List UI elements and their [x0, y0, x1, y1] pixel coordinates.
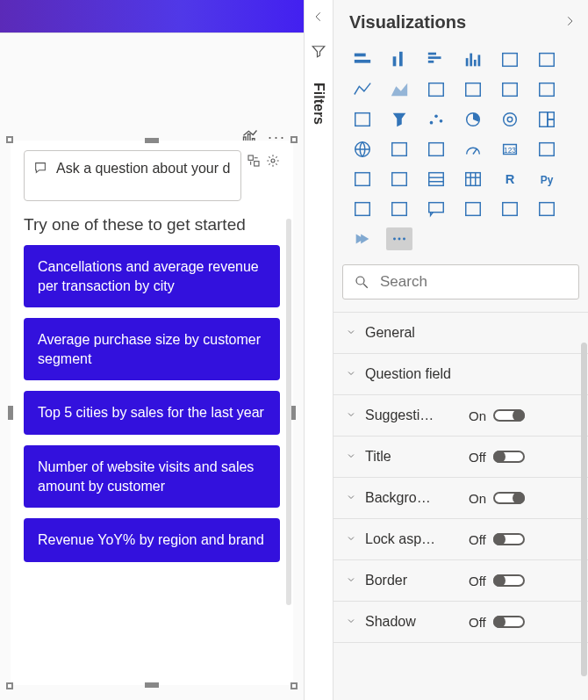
filters-icon[interactable] — [311, 43, 326, 61]
viz-type-kpi[interactable] — [349, 168, 376, 191]
viz-type-ribbon[interactable] — [534, 78, 560, 101]
format-toggle[interactable]: Off — [469, 615, 525, 630]
viz-type-scatter[interactable] — [423, 108, 449, 131]
qna-suggestion[interactable]: Number of website visits and sales amoun… — [24, 445, 280, 508]
format-toggle[interactable]: On — [469, 491, 525, 506]
format-section-label: Suggesti… — [365, 408, 462, 423]
qna-suggestion[interactable]: Average purchase size by customer segmen… — [24, 318, 280, 380]
qna-suggestion[interactable]: Revenue YoY% by region and brand — [24, 518, 280, 562]
format-toggle[interactable]: Off — [469, 450, 525, 465]
qna-input-box[interactable] — [24, 150, 241, 201]
svg-rect-42 — [429, 173, 444, 186]
format-search-input[interactable] — [378, 272, 568, 292]
svg-point-28 — [504, 113, 517, 126]
viz-type-filled-map[interactable] — [386, 138, 412, 161]
viz-type-shape-map[interactable] — [423, 138, 449, 161]
viz-pane-scrollbar[interactable] — [581, 343, 587, 676]
chevron-down-icon — [346, 408, 358, 422]
resize-handle-tr[interactable] — [290, 136, 298, 143]
viz-type-table[interactable] — [423, 168, 449, 191]
filters-pane-collapsed[interactable]: Filters — [305, 0, 333, 700]
viz-type-qna[interactable] — [423, 198, 449, 220]
format-search-box[interactable] — [342, 264, 579, 299]
viz-type-hundred-bar[interactable] — [497, 48, 523, 71]
viz-type-funnel[interactable] — [386, 108, 412, 131]
convert-icon[interactable] — [247, 154, 261, 170]
format-section-border[interactable]: BorderOff — [333, 560, 588, 602]
viz-type-map[interactable] — [349, 138, 376, 161]
format-section-suggesti-[interactable]: Suggesti…On — [333, 395, 588, 437]
format-section-lock-asp-[interactable]: Lock asp…Off — [333, 519, 588, 560]
svg-rect-41 — [392, 173, 407, 186]
viz-type-stacked-column[interactable] — [386, 48, 412, 71]
resize-handle-t[interactable] — [145, 138, 159, 143]
resize-handle-tl[interactable] — [6, 136, 13, 143]
chevron-right-icon[interactable] — [563, 15, 576, 30]
viz-type-power-automate[interactable] — [349, 227, 376, 250]
format-section-title[interactable]: TitleOff — [333, 437, 588, 478]
viz-type-more-visuals[interactable] — [386, 227, 412, 250]
qna-visual[interactable]: Try one of these to get started Cancella… — [11, 141, 293, 685]
svg-rect-35 — [429, 143, 444, 156]
format-toggle[interactable]: Off — [469, 532, 525, 547]
viz-type-area[interactable] — [386, 78, 412, 101]
chevron-left-icon[interactable] — [312, 11, 325, 25]
format-section-question-field[interactable]: Question field — [333, 354, 588, 395]
viz-type-treemap[interactable] — [534, 108, 560, 131]
viz-type-paginated[interactable] — [497, 198, 523, 220]
viz-type-narrative[interactable] — [460, 198, 486, 220]
qna-suggestion[interactable]: Top 5 cities by sales for the last year — [24, 391, 280, 435]
switch-on-icon[interactable] — [493, 492, 525, 504]
viz-type-matrix[interactable] — [460, 168, 486, 191]
viz-type-clustered-bar[interactable] — [423, 48, 449, 71]
viz-type-stacked-bar[interactable] — [349, 48, 376, 71]
viz-type-line[interactable] — [349, 78, 376, 101]
svg-text:123: 123 — [504, 147, 516, 155]
format-section-general[interactable]: General — [333, 313, 588, 354]
resize-handle-b[interactable] — [145, 682, 159, 688]
viz-type-donut[interactable] — [497, 108, 523, 131]
viz-type-multi-row-card[interactable] — [534, 138, 560, 161]
viz-type-clustered-column[interactable] — [460, 48, 486, 71]
chevron-down-icon — [346, 532, 358, 546]
switch-off-icon[interactable] — [493, 616, 525, 628]
qna-input[interactable] — [54, 160, 232, 177]
qna-suggestion[interactable]: Cancellations and average revenue per tr… — [24, 245, 280, 307]
viz-type-waterfall[interactable] — [349, 108, 376, 131]
switch-on-icon[interactable] — [493, 409, 525, 422]
chevron-down-icon — [346, 367, 358, 381]
resize-handle-l[interactable] — [8, 406, 13, 420]
svg-rect-45 — [466, 173, 481, 186]
viz-type-stacked-area[interactable] — [423, 78, 449, 101]
viz-type-power-apps[interactable] — [534, 198, 560, 220]
toggle-state-label: Off — [469, 615, 486, 630]
viz-type-line-stacked-column[interactable] — [460, 78, 486, 101]
resize-handle-bl[interactable] — [6, 682, 13, 689]
viz-type-card[interactable]: 123 — [497, 138, 523, 161]
format-section-shadow[interactable]: ShadowOff — [333, 602, 588, 643]
viz-type-decomposition-tree[interactable] — [386, 198, 412, 220]
format-section-backgro-[interactable]: Backgro…On — [333, 478, 588, 519]
viz-type-key-influencers[interactable] — [349, 198, 376, 220]
toggle-state-label: Off — [469, 532, 486, 547]
switch-off-icon[interactable] — [493, 574, 525, 587]
format-toggle[interactable]: Off — [469, 574, 525, 588]
gear-icon[interactable] — [266, 154, 280, 170]
switch-off-icon[interactable] — [493, 451, 525, 463]
qna-suggestion-list: Cancellations and average revenue per tr… — [18, 245, 285, 562]
resize-handle-br[interactable] — [290, 682, 298, 689]
svg-rect-15 — [474, 60, 477, 66]
canvas-body[interactable]: ··· Try one of thes — [0, 33, 304, 700]
format-section-list: GeneralQuestion fieldSuggesti…OnTitleOff… — [333, 312, 588, 700]
switch-off-icon[interactable] — [493, 533, 525, 545]
viz-type-line-clustered-column[interactable] — [497, 78, 523, 101]
viz-type-hundred-column[interactable] — [534, 48, 560, 71]
qna-scrollbar[interactable] — [286, 219, 291, 605]
viz-type-r-visual[interactable]: R — [497, 168, 523, 191]
viz-type-pie[interactable] — [460, 108, 486, 131]
svg-line-36 — [473, 148, 477, 154]
format-toggle[interactable]: On — [469, 408, 525, 423]
viz-type-py-visual[interactable]: Py — [534, 168, 560, 191]
viz-type-gauge[interactable] — [460, 138, 486, 161]
viz-type-slicer[interactable] — [386, 168, 412, 191]
